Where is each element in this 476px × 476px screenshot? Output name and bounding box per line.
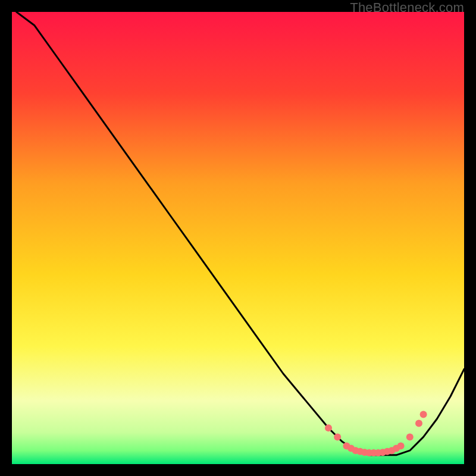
marker-dot xyxy=(397,443,405,450)
marker-dot xyxy=(325,424,332,431)
chart-svg xyxy=(12,12,464,464)
watermark-text: TheBottleneck.com xyxy=(350,0,464,15)
marker-dot xyxy=(406,433,414,440)
marker-dot xyxy=(420,411,427,418)
gradient-background xyxy=(12,12,464,464)
chart-container: TheBottleneck.com xyxy=(0,0,476,476)
marker-dot xyxy=(415,420,422,427)
marker-dot xyxy=(334,433,341,440)
